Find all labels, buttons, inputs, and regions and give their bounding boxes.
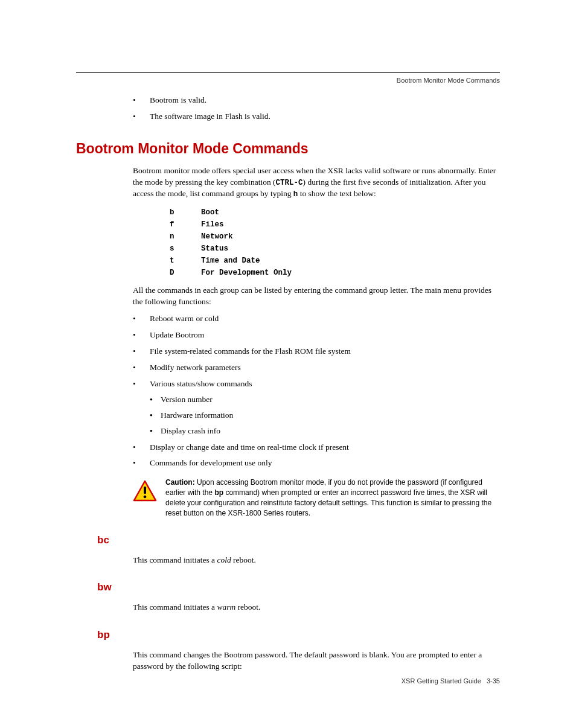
bullet-icon: • xyxy=(133,362,150,374)
caution-block: Caution: Upon accessing Bootrom monitor … xyxy=(133,477,500,518)
list-item: •Display or change date and time on real… xyxy=(133,442,500,453)
cmd-key: b xyxy=(170,206,201,219)
table-row: sStatus xyxy=(170,243,500,255)
bullet-icon: • xyxy=(133,313,150,325)
cmd-key: t xyxy=(170,255,201,267)
caution-text: Caution: Upon accessing Bootrom monitor … xyxy=(165,477,500,518)
footer-title: XSR Getting Started Guide xyxy=(402,677,481,685)
table-row: nNetwork xyxy=(170,231,500,243)
svg-point-2 xyxy=(144,496,147,499)
cmd-key: s xyxy=(170,243,201,255)
cmd-label: Time and Date xyxy=(201,255,260,267)
bullet-text: Reboot warm or cold xyxy=(150,313,219,325)
warning-icon xyxy=(133,480,157,518)
bullet-text: Hardware information xyxy=(161,410,233,421)
command-key-table: bBoot fFiles nNetwork sStatus tTime and … xyxy=(170,206,500,279)
bw-description: This command initiates a warm reboot. xyxy=(133,602,500,613)
cmd-key: D xyxy=(170,267,201,279)
list-item: • Various status/show commands •Version … xyxy=(133,378,500,437)
cmd-label: Network xyxy=(201,231,233,243)
bullet-icon: • xyxy=(133,111,150,123)
bullet-text: Bootrom is valid. xyxy=(150,95,206,106)
table-row: bBoot xyxy=(170,206,500,219)
bw-heading: bw xyxy=(97,581,500,593)
list-item: • The software image in Flash is valid. xyxy=(133,111,500,123)
intro-bullet-list: • Bootrom is valid. • The software image… xyxy=(133,95,500,123)
bullet-text: The software image in Flash is valid. xyxy=(150,111,270,123)
bullet-icon: • xyxy=(150,426,161,437)
text-italic: cold xyxy=(217,555,231,564)
text-run: reboot. xyxy=(231,555,256,564)
table-row: fFiles xyxy=(170,219,500,231)
bullet-text: Commands for development use only xyxy=(150,458,272,469)
header-rule xyxy=(76,72,500,73)
text-run: This command initiates a xyxy=(133,555,217,564)
text-run: reboot. xyxy=(235,602,260,611)
list-item: •Version number xyxy=(150,394,500,406)
cmd-label: Files xyxy=(201,219,224,231)
bullet-text: Various status/show commands xyxy=(150,378,252,390)
code-inline: CTRL-C xyxy=(276,179,303,187)
cmd-key: f xyxy=(170,219,201,231)
bullet-text: Version number xyxy=(161,394,213,406)
list-item: •File system-related commands for the Fl… xyxy=(133,346,500,357)
bullet-icon: • xyxy=(133,378,150,390)
text-run: This command initiates a xyxy=(133,602,217,611)
cmd-label: For Development Only xyxy=(201,267,292,279)
bullet-text: Modify network parameters xyxy=(150,362,241,374)
list-item: •Commands for development use only xyxy=(133,458,500,469)
section-intro-paragraph: Bootrom monitor mode offers special user… xyxy=(133,165,500,200)
list-item: • Bootrom is valid. xyxy=(133,95,500,106)
bp-heading: bp xyxy=(97,629,500,641)
bullet-text: Update Bootrom xyxy=(150,330,204,341)
bullet-icon: • xyxy=(133,330,150,341)
section-heading: Bootrom Monitor Mode Commands xyxy=(76,141,500,157)
bullet-icon: • xyxy=(150,410,161,421)
section-p2: All the commands in each group can be li… xyxy=(133,285,500,308)
functions-list: •Reboot warm or cold •Update Bootrom •Fi… xyxy=(133,313,500,469)
text-italic: warm xyxy=(217,602,235,611)
list-item: •Update Bootrom xyxy=(133,330,500,341)
list-item: •Modify network parameters xyxy=(133,362,500,374)
table-row: tTime and Date xyxy=(170,255,500,267)
list-item: •Reboot warm or cold xyxy=(133,313,500,325)
bp-description: This command changes the Bootrom passwor… xyxy=(133,650,500,672)
bullet-text: File system-related commands for the Fla… xyxy=(150,346,351,357)
bullet-icon: • xyxy=(150,394,161,406)
bullet-icon: • xyxy=(133,346,150,357)
footer-page-number: 3-35 xyxy=(487,677,500,685)
cmd-key: n xyxy=(170,231,201,243)
list-item: •Display crash info xyxy=(150,426,500,437)
bullet-icon: • xyxy=(133,458,150,469)
cmd-label: Status xyxy=(201,243,228,255)
bullet-icon: • xyxy=(133,442,150,453)
bullet-text: Display or change date and time on real-… xyxy=(150,442,349,453)
bc-heading: bc xyxy=(97,534,500,546)
svg-rect-1 xyxy=(144,487,146,494)
bc-description: This command initiates a cold reboot. xyxy=(133,555,500,566)
page-content: Bootrom Monitor Mode Commands • Bootrom … xyxy=(0,0,576,672)
bullet-icon: • xyxy=(133,95,150,106)
caution-label: Caution: xyxy=(165,478,195,487)
nested-list: •Version number •Hardware information •D… xyxy=(150,394,500,437)
table-row: DFor Development Only xyxy=(170,267,500,279)
text-bold: bp xyxy=(214,488,223,497)
list-item: •Hardware information xyxy=(150,410,500,421)
running-header: Bootrom Monitor Mode Commands xyxy=(76,77,500,84)
page-footer: XSR Getting Started Guide 3-35 xyxy=(402,677,500,685)
text-run: to show the text below: xyxy=(298,189,376,198)
cmd-label: Boot xyxy=(201,206,219,219)
bullet-text: Display crash info xyxy=(161,426,220,437)
